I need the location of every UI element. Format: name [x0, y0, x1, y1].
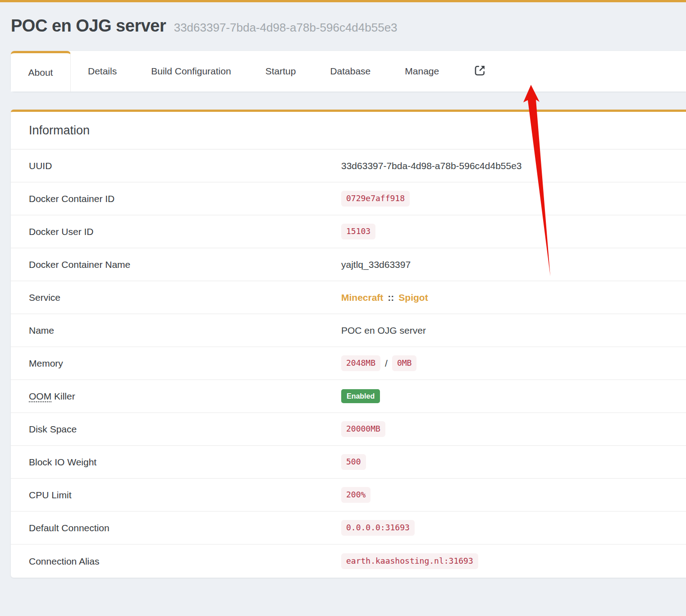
row-value: 15103: [341, 224, 375, 239]
tab-build-configuration[interactable]: Build Configuration: [134, 51, 248, 92]
cpu-limit-value: 200%: [341, 487, 370, 503]
external-link-icon: [473, 64, 487, 79]
docker-user-id-value: 15103: [341, 224, 375, 239]
row-label: Docker Container ID: [11, 193, 341, 204]
page-header: POC en OJG server 33d63397-7bda-4d98-a78…: [11, 16, 686, 36]
row-value: 0729e7aff918: [341, 191, 410, 207]
table-row-docker-container-name: Docker Container Name yajtlq_33d63397: [11, 248, 686, 281]
oom-label-rest: Killer: [54, 391, 75, 401]
server-name-value: POC en OJG server: [341, 325, 426, 336]
row-value: earth.kaashosting.nl:31693: [341, 553, 478, 569]
row-value: 200%: [341, 487, 370, 503]
tab-bar: About Details Build Configuration Startu…: [11, 51, 686, 92]
row-value: POC en OJG server: [341, 325, 426, 336]
page-title: POC en OJG server: [11, 16, 166, 35]
row-label: UUID: [11, 161, 341, 171]
service-category-link[interactable]: Minecraft: [341, 292, 383, 303]
memory-limit-value: 2048MB: [341, 355, 380, 371]
table-row-connection-alias: Connection Alias earth.kaashosting.nl:31…: [11, 545, 686, 578]
row-label: OOM Killer: [11, 391, 341, 402]
row-value: 0.0.0.0:31693: [341, 520, 415, 536]
memory-separator: /: [385, 358, 388, 369]
table-row-name: Name POC en OJG server: [11, 314, 686, 347]
table-row-uuid: UUID 33d63397-7bda-4d98-a78b-596c4d4b55e…: [11, 150, 686, 183]
row-value: Enabled: [341, 389, 380, 403]
disk-space-value: 20000MB: [341, 421, 385, 437]
block-io-weight-value: 500: [341, 454, 366, 470]
tab-details[interactable]: Details: [71, 51, 134, 92]
connection-alias-value: earth.kaashosting.nl:31693: [341, 553, 478, 569]
table-row-disk-space: Disk Space 20000MB: [11, 413, 686, 446]
server-uuid-subtitle: 33d63397-7bda-4d98-a78b-596c4d4b55e3: [174, 21, 398, 34]
information-panel: Information UUID 33d63397-7bda-4d98-a78b…: [11, 110, 686, 578]
row-label: Block IO Weight: [11, 457, 341, 468]
tab-startup[interactable]: Startup: [248, 51, 313, 92]
table-row-cpu-limit: CPU Limit 200%: [11, 479, 686, 512]
docker-container-id-value: 0729e7aff918: [341, 191, 410, 207]
row-label: Default Connection: [11, 523, 341, 533]
oom-killer-status-badge: Enabled: [341, 389, 380, 403]
information-panel-title: Information: [11, 112, 686, 150]
page-top-accent-bar: [0, 0, 686, 2]
table-row-docker-user-id: Docker User ID 15103: [11, 216, 686, 248]
page-content: POC en OJG server 33d63397-7bda-4d98-a78…: [11, 0, 686, 578]
row-label: Service: [11, 292, 341, 303]
table-row-service: Service Minecraft :: Spigot: [11, 281, 686, 314]
table-row-oom-killer: OOM Killer Enabled: [11, 380, 686, 413]
tab-manage[interactable]: Manage: [388, 51, 456, 92]
row-value: yajtlq_33d63397: [341, 259, 411, 270]
tab-database[interactable]: Database: [313, 51, 388, 92]
table-row-memory: Memory 2048MB / 0MB: [11, 347, 686, 380]
row-value: 500: [341, 454, 366, 470]
row-value: 33d63397-7bda-4d98-a78b-596c4d4b55e3: [341, 161, 522, 171]
oom-abbreviation: OOM: [29, 391, 51, 401]
default-connection-value: 0.0.0.0:31693: [341, 520, 415, 536]
table-row-docker-container-id: Docker Container ID 0729e7aff918: [11, 183, 686, 216]
row-label: Memory: [11, 358, 341, 369]
table-row-block-io-weight: Block IO Weight 500: [11, 446, 686, 479]
tab-about[interactable]: About: [11, 51, 71, 92]
service-egg-link[interactable]: Spigot: [398, 292, 428, 303]
row-label: Disk Space: [11, 424, 341, 435]
row-label: CPU Limit: [11, 490, 341, 501]
open-console-external-link-button[interactable]: [456, 51, 504, 92]
row-label: Name: [11, 325, 341, 336]
row-label: Docker Container Name: [11, 259, 341, 270]
row-value: 2048MB / 0MB: [341, 355, 416, 371]
row-value: Minecraft :: Spigot: [341, 292, 428, 303]
table-row-default-connection: Default Connection 0.0.0.0:31693: [11, 512, 686, 545]
docker-container-name-value: yajtlq_33d63397: [341, 259, 411, 270]
uuid-value: 33d63397-7bda-4d98-a78b-596c4d4b55e3: [341, 161, 522, 171]
row-label: Connection Alias: [11, 556, 341, 567]
memory-swap-value: 0MB: [392, 355, 417, 371]
row-label: Docker User ID: [11, 226, 341, 237]
row-value: 20000MB: [341, 421, 385, 437]
service-separator: ::: [388, 292, 394, 303]
